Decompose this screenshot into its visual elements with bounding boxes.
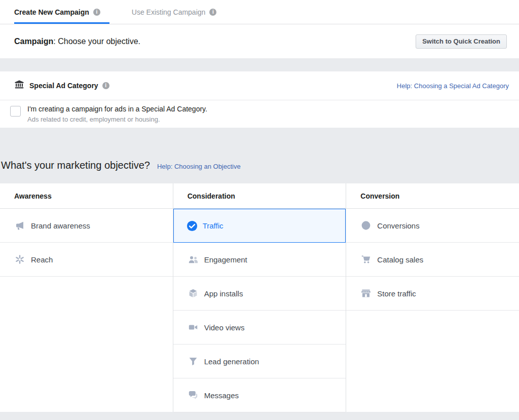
info-icon[interactable]: i bbox=[93, 9, 100, 16]
video-camera-icon bbox=[188, 322, 199, 333]
objective-option-label: Catalog sales bbox=[377, 255, 423, 264]
objective-option-reach[interactable]: Reach bbox=[0, 243, 173, 277]
special-ad-category-checkbox-description: Ads related to credit, employment or hou… bbox=[27, 116, 207, 123]
bank-icon bbox=[14, 80, 24, 92]
objective-option-messages[interactable]: Messages bbox=[173, 378, 346, 412]
special-ad-category-body: I'm creating a campaign for ads in a Spe… bbox=[0, 100, 519, 128]
special-ad-category-checkbox[interactable] bbox=[10, 106, 21, 117]
marketing-objective-header: What's your marketing objective? Help: C… bbox=[0, 128, 519, 183]
column-header-conversion: Conversion bbox=[346, 183, 519, 209]
chat-bubble-icon bbox=[188, 390, 199, 401]
megaphone-icon bbox=[14, 220, 25, 231]
globe-icon bbox=[360, 220, 372, 231]
column-consideration: Consideration Traffic Engagement App ins… bbox=[173, 183, 347, 412]
objective-option-store-traffic[interactable]: Store traffic bbox=[346, 277, 519, 311]
special-ad-category-section: Special Ad Category i Help: Choosing a S… bbox=[0, 71, 519, 128]
objective-option-label: Engagement bbox=[204, 255, 247, 264]
special-ad-category-header: Special Ad Category i Help: Choosing a S… bbox=[0, 71, 519, 100]
objective-option-video-views[interactable]: Video views bbox=[173, 311, 346, 345]
special-ad-category-title: Special Ad Category bbox=[29, 82, 98, 90]
column-conversion: Conversion Conversions Catalog sales Sto… bbox=[346, 183, 519, 412]
objective-option-label: Traffic bbox=[203, 221, 224, 230]
check-circle-icon bbox=[187, 220, 198, 232]
column-header-awareness: Awareness bbox=[0, 183, 173, 209]
campaign-header: Campaign: Choose your objective. Switch … bbox=[0, 24, 519, 58]
tab-bar: Create New Campaign i Use Existing Campa… bbox=[0, 0, 519, 24]
objective-option-traffic[interactable]: Traffic bbox=[173, 209, 346, 243]
objective-option-label: Brand awareness bbox=[31, 221, 90, 230]
objective-option-label: Reach bbox=[31, 255, 53, 264]
objective-option-label: Video views bbox=[204, 323, 245, 332]
info-icon[interactable]: i bbox=[209, 9, 216, 16]
tab-use-existing-campaign-label: Use Existing Campaign bbox=[132, 8, 206, 16]
marketing-objective-heading: What's your marketing objective? bbox=[1, 160, 150, 171]
special-ad-category-help-link[interactable]: Help: Choosing a Special Ad Category bbox=[397, 82, 509, 90]
objective-option-label: Conversions bbox=[377, 221, 419, 230]
tab-create-new-campaign-label: Create New Campaign bbox=[14, 8, 89, 16]
tab-use-existing-campaign[interactable]: Use Existing Campaign i bbox=[132, 0, 226, 24]
shopping-cart-icon bbox=[360, 254, 372, 265]
info-icon[interactable]: i bbox=[102, 82, 109, 89]
objective-option-label: Store traffic bbox=[377, 289, 416, 298]
switch-to-quick-creation-button[interactable]: Switch to Quick Creation bbox=[416, 34, 507, 49]
objective-option-label: Messages bbox=[204, 391, 239, 400]
storefront-icon bbox=[360, 288, 372, 299]
objective-option-conversions[interactable]: Conversions bbox=[346, 209, 519, 243]
column-awareness: Awareness Brand awareness Reach bbox=[0, 183, 173, 412]
objective-option-label: Lead generation bbox=[204, 357, 259, 366]
objective-option-app-installs[interactable]: App installs bbox=[173, 277, 346, 311]
objective-table: Awareness Brand awareness Reach Consider… bbox=[0, 183, 519, 412]
campaign-title-subtitle: : Choose your objective. bbox=[53, 37, 140, 46]
column-header-consideration: Consideration bbox=[173, 183, 346, 209]
section-divider bbox=[0, 58, 519, 71]
tab-create-new-campaign[interactable]: Create New Campaign i bbox=[14, 0, 109, 24]
campaign-title-bold: Campaign bbox=[14, 37, 53, 46]
special-ad-category-checkbox-label[interactable]: I'm creating a campaign for ads in a Spe… bbox=[27, 105, 207, 113]
objective-option-label: App installs bbox=[204, 289, 243, 298]
objective-option-brand-awareness[interactable]: Brand awareness bbox=[0, 209, 173, 243]
objective-option-engagement[interactable]: Engagement bbox=[173, 243, 346, 277]
page-title: Campaign: Choose your objective. bbox=[14, 37, 140, 46]
objective-help-link[interactable]: Help: Choosing an Objective bbox=[157, 163, 241, 170]
campaign-creation-page: Create New Campaign i Use Existing Campa… bbox=[0, 0, 519, 420]
special-ad-category-checkbox-text: I'm creating a campaign for ads in a Spe… bbox=[27, 105, 207, 123]
cube-icon bbox=[188, 288, 199, 299]
people-icon bbox=[188, 254, 199, 265]
funnel-icon bbox=[188, 356, 199, 367]
objective-option-lead-generation[interactable]: Lead generation bbox=[173, 345, 346, 378]
reach-icon bbox=[14, 254, 25, 265]
objective-option-catalog-sales[interactable]: Catalog sales bbox=[346, 243, 519, 277]
